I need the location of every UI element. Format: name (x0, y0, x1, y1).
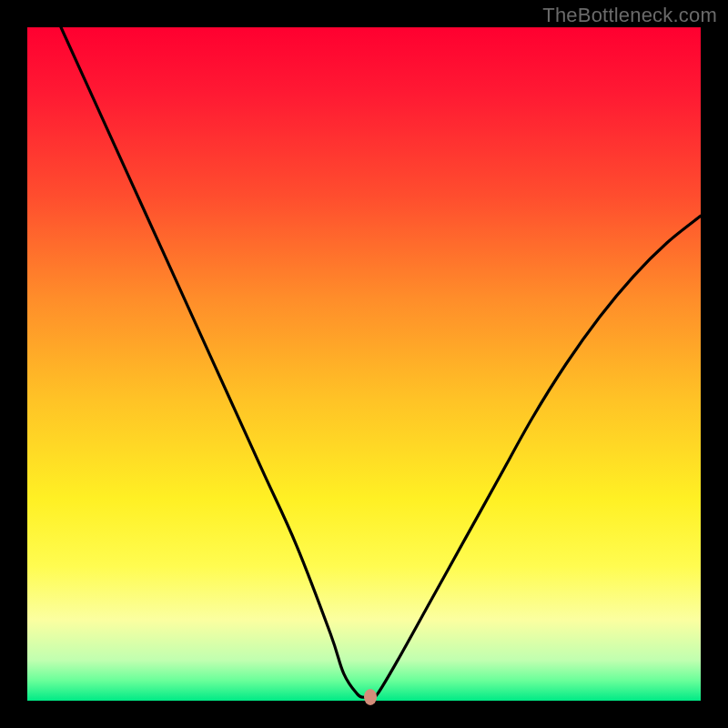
chart-frame: TheBottleneck.com (0, 0, 728, 728)
watermark-text: TheBottleneck.com (542, 4, 717, 27)
minimum-marker (364, 689, 377, 705)
plot-gradient-background (27, 27, 701, 701)
